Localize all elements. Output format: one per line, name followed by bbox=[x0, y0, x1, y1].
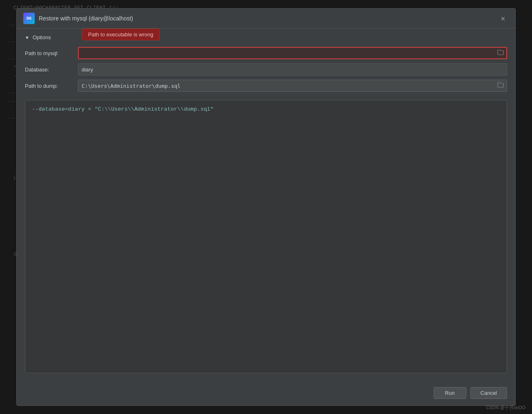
path-mysql-input-wrap bbox=[78, 47, 507, 59]
app-logo: DG bbox=[23, 13, 35, 24]
collapse-chevron-icon[interactable]: ▼ bbox=[25, 35, 29, 40]
error-tooltip: Path to executable is wrong bbox=[82, 29, 160, 40]
path-mysql-row: Path to mysql: bbox=[25, 47, 507, 59]
options-section-header: ▼ Options Path to executable is wrong bbox=[25, 34, 507, 40]
dialog-body: ▼ Options Path to executable is wrong Pa… bbox=[17, 29, 515, 381]
path-dump-input[interactable] bbox=[78, 80, 507, 92]
dialog-footer: Run Cancel bbox=[17, 381, 515, 405]
cancel-button[interactable]: Cancel bbox=[470, 387, 507, 399]
browse-dump-icon[interactable] bbox=[497, 82, 504, 89]
dialog-title: Restore with mysql (diary@localhost) bbox=[39, 15, 497, 22]
path-mysql-input[interactable] bbox=[78, 47, 507, 59]
command-preview: --database=diary < "C:\\Users\\Administr… bbox=[25, 100, 507, 373]
run-button[interactable]: Run bbox=[434, 387, 466, 399]
watermark: CSDN @十月ooOO bbox=[486, 405, 525, 411]
database-value: diary bbox=[78, 63, 507, 76]
close-button[interactable]: ✕ bbox=[497, 13, 509, 24]
restore-dialog: DG Restore with mysql (diary@localhost) … bbox=[16, 8, 516, 406]
database-row: Database: diary bbox=[25, 63, 507, 76]
path-dump-row: Path to dump: bbox=[25, 80, 507, 92]
options-label: Options bbox=[33, 34, 51, 40]
path-dump-label: Path to dump: bbox=[25, 83, 78, 89]
path-dump-input-wrap bbox=[78, 80, 507, 92]
database-label: Database: bbox=[25, 67, 78, 73]
database-input-wrap: diary bbox=[78, 63, 507, 76]
browse-mysql-icon[interactable] bbox=[497, 49, 504, 57]
path-mysql-label: Path to mysql: bbox=[25, 50, 78, 56]
title-bar: DG Restore with mysql (diary@localhost) … bbox=[17, 9, 515, 29]
